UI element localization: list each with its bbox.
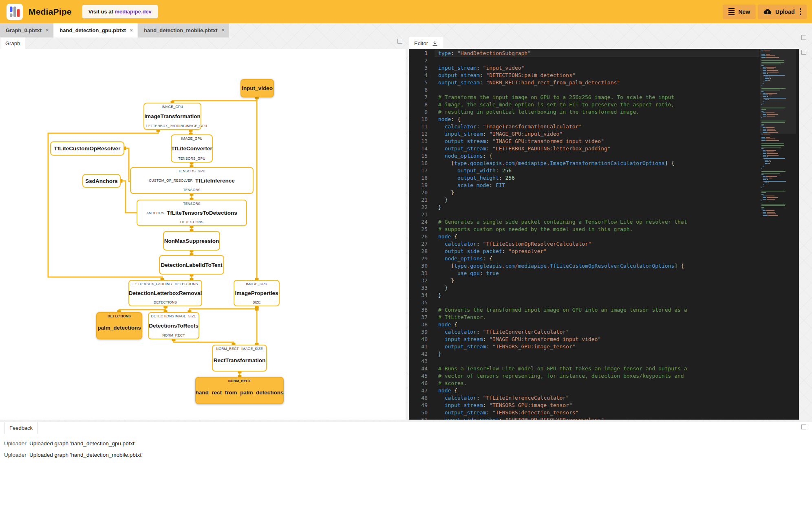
download-icon[interactable]	[432, 40, 438, 46]
code-line[interactable]: 32 }	[409, 277, 759, 284]
graph-node-TfLiteConverter[interactable]: IMAGE_GPUTfLiteConverterTENSORS_GPU	[171, 134, 213, 163]
port-label: TENSORS_GPU	[178, 169, 205, 173]
code-line[interactable]: 49 input_stream: "TENSORS_GPU:image_tens…	[409, 402, 759, 409]
graph-node-hand_rect_from_palm_detections[interactable]: NORM_RECThand_rect_from_palm_detections	[195, 377, 284, 404]
node-title: SsdAnchors	[85, 178, 118, 184]
code-line[interactable]: 25# supports custom ops needed by the mo…	[409, 226, 759, 233]
code-line[interactable]: 51 input_side_packet: "CUSTOM_OP_RESOLVE…	[409, 416, 759, 420]
close-tab-icon[interactable]: ✕	[221, 28, 225, 33]
new-button[interactable]: New	[723, 4, 756, 19]
code-line[interactable]: 7# Transforms the input image on GPU to …	[409, 94, 759, 101]
port-label: TENSORS	[183, 202, 201, 206]
tab-editor[interactable]: Editor	[409, 37, 443, 49]
code-line[interactable]: 30 [type.googleapis.com/mediapipe.TfLite…	[409, 262, 759, 270]
editor-minimap[interactable]	[760, 49, 796, 277]
code-line[interactable]: 37# TfLiteTensor.	[409, 314, 759, 321]
code-line[interactable]: 50 output_stream: "TENSORS:detection_ten…	[409, 409, 759, 416]
file-tab-hand_detection_gpu.pbtxt[interactable]: hand_detection_gpu.pbtxt✕	[54, 23, 137, 37]
line-number: 7	[409, 94, 435, 101]
line-number: 20	[409, 189, 435, 196]
node-title: TfLiteTensorsToDetections	[167, 210, 237, 216]
graph-node-DetectionsToRects[interactable]: DETECTIONSIMAGE_SIZEDetectionsToRectsNOR…	[148, 312, 199, 339]
code-line[interactable]: 40 input_stream: "IMAGE_GPU:transformed_…	[409, 336, 759, 343]
graph-node-input_video[interactable]: input_video	[241, 79, 274, 97]
graph-node-DetectionLetterboxRemoval[interactable]: LETTERBOX_PADDINGDETECTIONSDetectionLett…	[128, 280, 202, 306]
code-line[interactable]: 20 }	[409, 189, 759, 196]
file-tab-Graph_0.pbtxt[interactable]: Graph_0.pbtxt✕	[0, 23, 53, 37]
code-line[interactable]: 41 output_stream: "TENSORS_GPU:image_ten…	[409, 343, 759, 350]
code-line[interactable]: 5output_stream: "NORM_RECT:hand_rect_fro…	[409, 79, 759, 86]
graph-node-TfLiteInference[interactable]: TENSORS_GPUCUSTOM_OP_RESOLVERTfLiteInfer…	[130, 167, 254, 194]
code-line[interactable]: 3input_stream: "input_video"	[409, 64, 759, 72]
graph-node-NonMaxSuppression[interactable]: NonMaxSuppression	[163, 231, 220, 251]
code-line[interactable]: 39 calculator: "TfLiteConverterCalculato…	[409, 328, 759, 336]
code-line[interactable]: 46# scores.	[409, 380, 759, 387]
port-label: DETECTIONS	[151, 314, 174, 318]
graph-panel-maximize-icon[interactable]	[397, 39, 402, 44]
code-line[interactable]: 23	[409, 211, 759, 218]
code-line[interactable]: 16 [type.googleapis.com/mediapipe.ImageT…	[409, 160, 759, 167]
code-line[interactable]: 36# Converts the transformed input image…	[409, 306, 759, 314]
code-line[interactable]: 8# image, the scale_mode option is set t…	[409, 101, 759, 108]
code-line[interactable]: 18 output_height: 256	[409, 174, 759, 182]
port-label: DETECTIONS	[154, 300, 177, 304]
graph-canvas[interactable]: input_videoIMAGE_GPUImageTransformationL…	[0, 49, 406, 420]
close-tab-icon[interactable]: ✕	[130, 28, 133, 33]
line-number: 11	[409, 123, 435, 130]
graph-node-DetectionLabelIdToText[interactable]: DetectionLabelIdToText	[159, 255, 224, 275]
window-maximize-icon[interactable]	[801, 35, 806, 40]
tab-graph[interactable]: Graph	[0, 37, 25, 49]
code-line[interactable]: 4output_stream: "DETECTIONS:palm_detecti…	[409, 72, 759, 79]
code-editor[interactable]: 1type: "HandDetectionSubgraph"23input_st…	[409, 49, 799, 420]
code-line[interactable]: 9# resulting in potential letterboxing i…	[409, 108, 759, 116]
code-line[interactable]: 26node {	[409, 233, 759, 240]
close-tab-icon[interactable]: ✕	[45, 28, 49, 33]
code-line[interactable]: 35	[409, 299, 759, 306]
code-line[interactable]: 22}	[409, 204, 759, 211]
code-line[interactable]: 14 output_stream: "LETTERBOX_PADDING:let…	[409, 145, 759, 152]
line-number: 22	[409, 204, 435, 211]
code-line[interactable]: 21 }	[409, 196, 759, 204]
graph-node-TfLiteCustomOpResolver[interactable]: TfLiteCustomOpResolver	[50, 141, 124, 156]
node-title: RectTransformation	[214, 357, 266, 363]
feedback-panel: Feedback UploaderUploaded graph 'hand_de…	[0, 422, 812, 506]
code-line[interactable]: 45# vector of tensors representing, for …	[409, 372, 759, 380]
code-line[interactable]: 27 calculator: "TfLiteCustomOpResolverCa…	[409, 240, 759, 248]
code-line[interactable]: 33 }	[409, 284, 759, 292]
code-line[interactable]: 29 node_options: {	[409, 255, 759, 262]
code-line[interactable]: 43	[409, 358, 759, 365]
code-line[interactable]: 13 output_stream: "IMAGE_GPU:transformed…	[409, 138, 759, 145]
graph-node-RectTransformation[interactable]: NORM_RECTIMAGE_SIZERectTransformation	[212, 345, 267, 372]
upload-menu-kebab-icon[interactable]	[800, 8, 801, 15]
feedback-panel-maximize-icon[interactable]	[801, 425, 806, 429]
code-line[interactable]: 17 output_width: 256	[409, 167, 759, 174]
code-line[interactable]: 12 input_stream: "IMAGE_GPU:input_video"	[409, 130, 759, 138]
code-line[interactable]: 6	[409, 86, 759, 94]
code-line[interactable]: 19 scale_mode: FIT	[409, 182, 759, 189]
code-line[interactable]: 34}	[409, 292, 759, 299]
code-line[interactable]: 48 calculator: "TfLiteInferenceCalculato…	[409, 394, 759, 402]
graph-node-SsdAnchors[interactable]: SsdAnchors	[82, 174, 121, 188]
graph-node-TfLiteTensorsToDetections[interactable]: TENSORSANCHORSTfLiteTensorsToDetectionsD…	[137, 200, 247, 226]
graph-node-ImageTransformation[interactable]: IMAGE_GPUImageTransformationLETTERBOX_PA…	[143, 103, 201, 130]
tab-feedback[interactable]: Feedback	[4, 422, 38, 434]
code-line[interactable]: 11 calculator: "ImageTransformationCalcu…	[409, 123, 759, 130]
file-tab-hand_detection_mobile.pbtxt[interactable]: hand_detection_mobile.pbtxt✕	[138, 23, 229, 37]
mediapipe-dev-link[interactable]: mediapipe.dev	[115, 9, 151, 15]
code-line[interactable]: 38node {	[409, 321, 759, 328]
graph-node-ImageProperties[interactable]: IMAGE_GPUImagePropertiesSIZE	[234, 280, 280, 306]
code-line[interactable]: 15 node_options: {	[409, 152, 759, 160]
code-line[interactable]: 24# Generates a single side packet conta…	[409, 218, 759, 226]
upload-button[interactable]: Upload	[758, 4, 807, 19]
code-line[interactable]: 47node {	[409, 387, 759, 394]
code-line[interactable]: 42}	[409, 350, 759, 358]
code-line[interactable]: 28 output_side_packet: "opresolver"	[409, 248, 759, 255]
code-line[interactable]: 31 use_gpu: true	[409, 270, 759, 277]
code-line[interactable]: 10node: {	[409, 116, 759, 123]
line-number: 48	[409, 394, 435, 402]
editor-panel-maximize-icon[interactable]	[801, 50, 806, 55]
code-line[interactable]: 2	[409, 57, 759, 64]
code-line[interactable]: 44# Runs a TensorFlow Lite model on GPU …	[409, 365, 759, 372]
graph-node-palm_detections[interactable]: DETECTIONSpalm_detections	[96, 312, 142, 339]
code-line[interactable]: 1type: "HandDetectionSubgraph"	[409, 50, 759, 57]
